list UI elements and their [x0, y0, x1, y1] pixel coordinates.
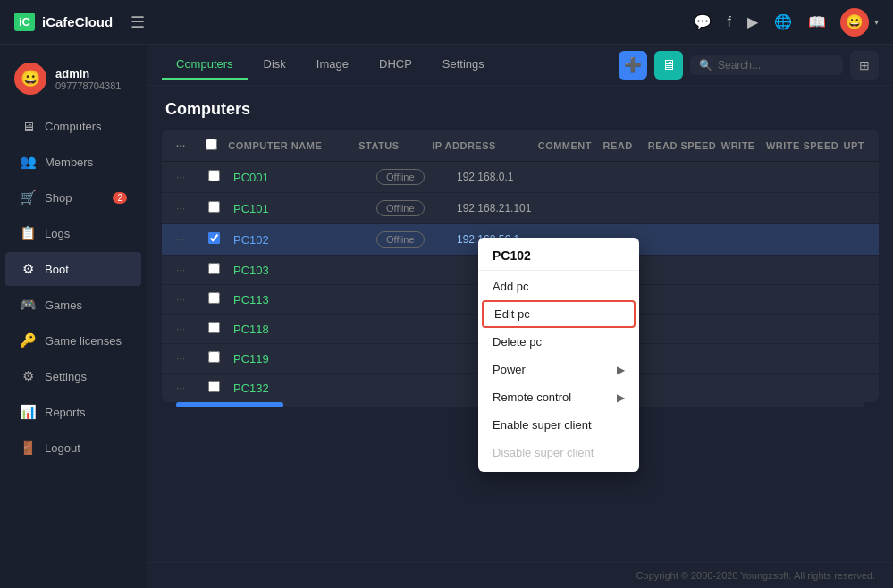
sidebar-item-games[interactable]: 🎮 Games [5, 288, 141, 322]
context-menu-remote-label: Remote control [493, 391, 571, 404]
members-icon: 👥 [20, 154, 36, 170]
status-badge: Offline [376, 169, 425, 185]
row-dots[interactable]: ··· [176, 293, 208, 306]
scroll-thumb[interactable] [176, 402, 283, 407]
logs-icon: 📋 [20, 225, 36, 241]
col-header-comment: COMMENT [538, 140, 603, 151]
computers-icon: 🖥 [20, 119, 36, 134]
select-all-checkbox[interactable] [206, 139, 217, 150]
col-header-dots: ··· [176, 140, 206, 151]
top-nav-user[interactable]: 😀 ▾ [840, 8, 879, 37]
context-menu: PC102 Add pc Edit pc Delete pc Power ▶ R… [478, 238, 639, 472]
sidebar-item-computers[interactable]: 🖥 Computers [5, 110, 141, 143]
context-menu-title: PC102 [478, 243, 639, 271]
remote-arrow-icon: ▶ [617, 391, 625, 404]
sidebar-item-game-licenses[interactable]: 🔑 Game licenses [5, 323, 141, 357]
tab-disk[interactable]: Disk [249, 50, 300, 80]
row-dots[interactable]: ··· [176, 323, 208, 335]
facebook-icon[interactable]: f [728, 14, 731, 30]
footer-text: Copyright © 2000-2020 Youngzsoft. All ri… [636, 570, 875, 581]
shop-badge: 2 [113, 192, 127, 204]
sidebar-label-logout: Logout [45, 441, 127, 455]
table-row: ··· PC101 Offline 192.168.21.101 [162, 193, 879, 224]
boot-icon: ⚙ [20, 261, 36, 277]
row-dots[interactable]: ··· [176, 233, 208, 246]
context-menu-power[interactable]: Power ▶ [478, 356, 639, 383]
context-menu-add-pc[interactable]: Add pc [478, 273, 639, 300]
section-title: Computers [162, 100, 879, 119]
col-header-read-speed: READ SPEED [648, 140, 721, 151]
tab-settings[interactable]: Settings [428, 50, 499, 80]
row-computer-name: PC118 [233, 323, 376, 336]
col-header-ip: IP ADDRESS [432, 140, 537, 151]
add-computer-button[interactable]: ➕ [619, 51, 647, 80]
context-menu-enable-super-client[interactable]: Enable super client [478, 411, 639, 439]
table-row: ··· PC001 Offline 192.168.0.1 [162, 162, 879, 193]
row-dots[interactable]: ··· [176, 264, 208, 276]
top-nav-icons: 💬 f ▶ 🌐 📖 [694, 13, 826, 30]
row-checkbox[interactable] [208, 381, 220, 392]
row-checkbox[interactable] [208, 351, 220, 363]
search-input[interactable] [718, 59, 834, 71]
hamburger-icon[interactable]: ☰ [131, 13, 145, 32]
tab-computers[interactable]: Computers [162, 50, 248, 80]
sidebar-item-logs[interactable]: 📋 Logs [5, 216, 141, 250]
context-menu-edit-pc[interactable]: Edit pc [482, 300, 636, 328]
tab-image[interactable]: Image [302, 50, 363, 80]
sidebar-user: 😀 admin 097778704381 [0, 54, 147, 109]
sidebar-label-reports: Reports [45, 406, 127, 419]
youtube-icon[interactable]: ▶ [747, 13, 758, 30]
status-badge: Offline [376, 200, 425, 216]
sidebar-item-settings[interactable]: ⚙ Settings [5, 359, 141, 393]
row-checkbox[interactable] [208, 292, 220, 304]
status-badge: Offline [376, 231, 425, 248]
reports-icon: 📊 [20, 404, 36, 420]
row-checkbox[interactable] [208, 201, 220, 213]
row-checkbox[interactable] [208, 263, 220, 274]
row-computer-name: PC001 [233, 171, 376, 184]
row-dots[interactable]: ··· [176, 171, 208, 183]
top-nav: iC iCafeCloud ☰ 💬 f ▶ 🌐 📖 😀 ▾ [0, 0, 893, 45]
content-area: Computers Disk Image DHCP Settings ➕ 🖥 🔍… [147, 45, 893, 588]
row-dots[interactable]: ··· [176, 382, 208, 394]
sidebar-item-logout[interactable]: 🚪 Logout [5, 431, 141, 465]
col-header-check [206, 139, 229, 152]
game-licenses-icon: 🔑 [20, 332, 36, 349]
sidebar-item-members[interactable]: 👥 Members [5, 145, 141, 179]
sidebar-label-game-licenses: Game licenses [45, 334, 127, 348]
context-menu-delete-pc[interactable]: Delete pc [478, 328, 639, 356]
discord-icon[interactable]: 💬 [694, 13, 712, 30]
sidebar-username: admin [55, 67, 121, 80]
sidebar-phone: 097778704381 [55, 80, 121, 91]
grid-view-button[interactable]: ⊞ [850, 51, 879, 80]
sidebar-item-reports[interactable]: 📊 Reports [5, 395, 141, 429]
shop-icon: 🛒 [20, 189, 36, 206]
top-user-avatar: 😀 [840, 8, 869, 37]
col-header-write: WRITE [721, 140, 766, 151]
row-dots[interactable]: ··· [176, 202, 208, 214]
row-checkbox[interactable] [208, 322, 220, 333]
main-layout: 😀 admin 097778704381 🖥 Computers 👥 Membe… [0, 45, 893, 588]
logo-text: iCafeCloud [42, 14, 113, 29]
tab-dhcp[interactable]: DHCP [365, 50, 426, 80]
search-box: 🔍 [690, 55, 843, 75]
logout-icon: 🚪 [20, 440, 36, 456]
row-dots[interactable]: ··· [176, 352, 208, 365]
chevron-down-icon: ▾ [874, 17, 879, 27]
sidebar-label-settings: Settings [45, 370, 127, 383]
monitor-button[interactable]: 🖥 [654, 51, 683, 80]
context-menu-remote-control[interactable]: Remote control ▶ [478, 383, 639, 411]
sidebar-item-shop[interactable]: 🛒 Shop 2 [5, 181, 141, 214]
sidebar-item-boot[interactable]: ⚙ Boot [5, 252, 141, 286]
row-checkbox[interactable] [208, 170, 220, 181]
sidebar-label-boot: Boot [45, 263, 127, 276]
row-computer-name: PC103 [233, 264, 376, 277]
book-icon[interactable]: 📖 [808, 13, 826, 30]
context-menu-disable-super-client: Disable super client [478, 439, 639, 466]
sidebar-label-shop: Shop [45, 191, 104, 205]
globe-icon[interactable]: 🌐 [774, 13, 792, 30]
sub-nav-actions: ➕ 🖥 🔍 ⊞ [619, 51, 879, 80]
footer: Copyright © 2000-2020 Youngzsoft. All ri… [147, 562, 893, 588]
row-checkbox[interactable] [208, 232, 220, 244]
context-menu-power-label: Power [493, 363, 526, 376]
